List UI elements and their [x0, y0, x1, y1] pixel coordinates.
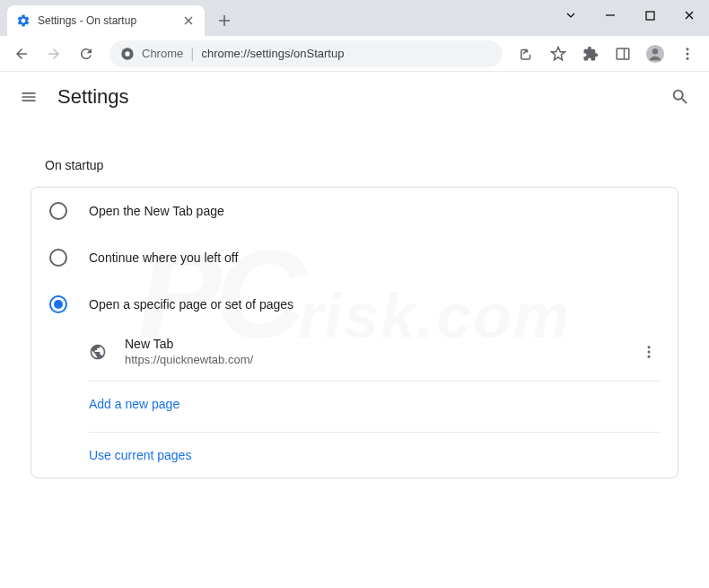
startup-card: Open the New Tab page Continue where you…	[31, 187, 678, 478]
radio-icon	[49, 202, 67, 220]
back-button[interactable]	[7, 39, 36, 68]
more-icon[interactable]	[638, 341, 660, 363]
settings-header: Settings	[0, 72, 709, 122]
svg-point-7	[687, 48, 689, 50]
page-name: New Tab	[125, 337, 620, 351]
page-url: https://quicknewtab.com/	[125, 353, 620, 366]
svg-point-9	[687, 57, 689, 59]
use-current-link: Use current pages	[89, 448, 191, 462]
svg-point-10	[648, 346, 651, 348]
option-specific[interactable]: Open a specific page or set of pages	[31, 281, 678, 328]
reload-button[interactable]	[72, 39, 101, 68]
gear-icon	[16, 13, 31, 28]
sidepanel-icon[interactable]	[608, 39, 637, 68]
extensions-icon[interactable]	[576, 39, 605, 68]
address-bar[interactable]: Chrome | chrome://settings/onStartup	[109, 40, 503, 67]
omnibox-label: Chrome	[142, 47, 183, 60]
close-icon[interactable]	[181, 13, 196, 28]
add-page-row[interactable]: Add a new page	[31, 382, 678, 426]
chevron-down-icon[interactable]	[551, 0, 591, 31]
star-icon[interactable]	[544, 39, 573, 68]
share-icon[interactable]	[512, 39, 540, 68]
close-button[interactable]	[670, 0, 709, 31]
svg-point-11	[648, 350, 651, 353]
option-new-tab[interactable]: Open the New Tab page	[31, 188, 678, 234]
omnibox-url: chrome://settings/onStartup	[201, 47, 344, 60]
svg-point-6	[652, 48, 658, 54]
page-info: New Tab https://quicknewtab.com/	[125, 337, 620, 366]
page-title: Settings	[57, 85, 129, 109]
window-controls	[551, 0, 709, 31]
profile-icon[interactable]	[641, 39, 670, 68]
radio-icon	[49, 249, 67, 267]
maximize-button[interactable]	[630, 0, 670, 31]
chrome-logo-icon	[120, 47, 135, 61]
option-label: Continue where you left off	[89, 250, 238, 265]
option-continue[interactable]: Continue where you left off	[31, 234, 678, 281]
svg-point-8	[687, 52, 689, 55]
omnibox-separator: |	[190, 46, 194, 62]
new-tab-button[interactable]	[212, 8, 237, 33]
add-page-link: Add a new page	[89, 397, 179, 411]
option-label: Open a specific page or set of pages	[89, 297, 293, 312]
section-title: On startup	[45, 158, 687, 172]
content-area: On startup Open the New Tab page Continu…	[0, 122, 709, 496]
forward-button	[39, 39, 68, 68]
svg-point-2	[125, 51, 129, 56]
globe-icon	[89, 343, 107, 361]
search-icon[interactable]	[670, 86, 691, 108]
option-label: Open the New Tab page	[89, 204, 224, 218]
startup-page-item: New Tab https://quicknewtab.com/	[31, 328, 678, 375]
tab-title: Settings - On startup	[38, 14, 174, 27]
svg-point-12	[648, 355, 651, 357]
browser-tab[interactable]: Settings - On startup	[7, 5, 205, 36]
minimize-button[interactable]	[591, 0, 630, 31]
svg-rect-3	[617, 48, 629, 59]
svg-rect-0	[646, 12, 654, 20]
browser-toolbar: Chrome | chrome://settings/onStartup	[0, 36, 709, 72]
hamburger-icon[interactable]	[18, 86, 39, 108]
menu-icon[interactable]	[673, 39, 702, 68]
radio-icon	[49, 295, 67, 313]
use-current-row[interactable]: Use current pages	[31, 433, 678, 478]
window-titlebar: Settings - On startup	[0, 0, 709, 36]
